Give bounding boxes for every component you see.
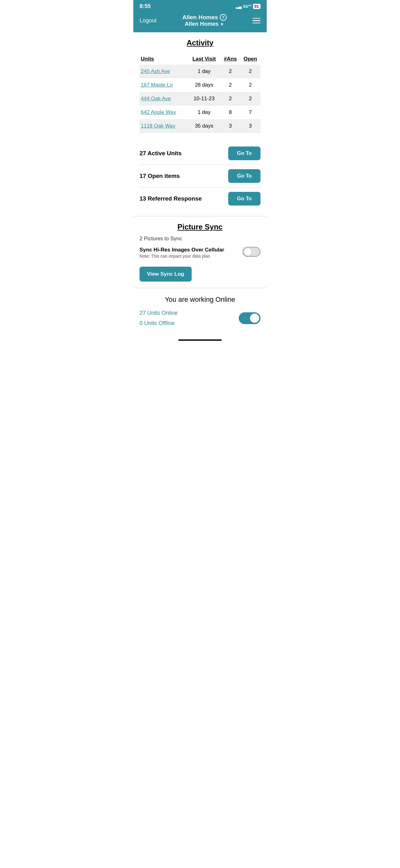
last-visit-cell: 10-11-23 <box>188 92 221 105</box>
ans-cell: 2 <box>221 78 240 92</box>
status-time: 8:55 <box>139 3 151 10</box>
hires-toggle-track[interactable] <box>242 247 261 257</box>
status-icons: ▂▄ 5Guc 91 <box>236 4 261 9</box>
home-indicator <box>133 333 267 345</box>
help-icon[interactable]: ? <box>220 14 227 21</box>
unit-link[interactable]: 1118 Oak Way <box>139 119 188 133</box>
open-cell: 2 <box>240 78 261 92</box>
online-stats: 27 Units Online 0 Units Offline <box>139 310 178 327</box>
go-to-button-0[interactable]: Go To <box>228 147 261 160</box>
go-to-button-2[interactable]: Go To <box>228 192 261 206</box>
unit-link[interactable]: 245 Ash Ave <box>139 65 188 78</box>
picture-sync-section: Picture Sync 2 Pictures to Sync Sync Hi-… <box>133 216 267 288</box>
col-ans: #Ans <box>221 53 240 65</box>
hires-main-label: Sync Hi-Res Images Over Cellular <box>139 247 239 253</box>
summary-label: 17 Open items <box>139 173 180 180</box>
status-bar: 8:55 ▂▄ 5Guc 91 <box>133 0 267 11</box>
unit-link[interactable]: 642 Apple Way <box>139 105 188 119</box>
activity-title: Activity <box>139 38 261 47</box>
table-row: 642 Apple Way 1 day 8 7 <box>139 105 261 119</box>
hamburger-line-2 <box>253 20 261 21</box>
last-visit-cell: 1 day <box>188 105 221 119</box>
summary-section: 27 Active Units Go To 17 Open items Go T… <box>133 139 267 216</box>
hires-sync-row: Sync Hi-Res Images Over Cellular Note: T… <box>139 247 261 258</box>
online-toggle-track[interactable] <box>239 312 261 324</box>
hires-label-group: Sync Hi-Res Images Over Cellular Note: T… <box>139 247 239 258</box>
last-visit-cell: 35 days <box>188 119 221 133</box>
online-title: You are working Online <box>139 296 261 304</box>
network-type: 5Guc <box>243 4 252 9</box>
last-visit-cell: 1 day <box>188 65 221 78</box>
col-last-visit: Last Visit <box>188 53 221 65</box>
ans-cell: 8 <box>221 105 240 119</box>
online-toggle-thumb <box>250 314 259 323</box>
summary-row: 27 Active Units Go To <box>139 142 261 165</box>
last-visit-cell: 28 days <box>188 78 221 92</box>
table-row: 167 Maple Ln 28 days 2 2 <box>139 78 261 92</box>
hires-sub-label: Note: This can impact your data plan <box>139 254 239 258</box>
table-row: 245 Ash Ave 1 day 2 2 <box>139 65 261 78</box>
open-cell: 7 <box>240 105 261 119</box>
open-cell: 2 <box>240 92 261 105</box>
hamburger-menu[interactable] <box>253 18 261 24</box>
col-open: Open <box>240 53 261 65</box>
org-selector[interactable]: Allen Homes ▼ <box>182 21 227 27</box>
pictures-count: 2 Pictures to Sync <box>139 236 261 242</box>
table-row: 1118 Oak Way 35 days 3 3 <box>139 119 261 133</box>
view-sync-log-button[interactable]: View Sync Log <box>139 267 192 282</box>
summary-row: 13 Referred Response Go To <box>139 187 261 210</box>
col-units: Units <box>139 53 188 65</box>
unit-link[interactable]: 444 Oak Ave <box>139 92 188 105</box>
org-name-text: Allen Homes <box>182 14 218 21</box>
battery-indicator: 91 <box>253 4 261 9</box>
summary-label: 13 Referred Response <box>139 195 202 202</box>
unit-link[interactable]: 167 Maple Ln <box>139 78 188 92</box>
table-row: 444 Oak Ave 10-11-23 2 2 <box>139 92 261 105</box>
activity-section: Activity Units Last Visit #Ans Open 245 … <box>133 32 267 139</box>
go-to-button-1[interactable]: Go To <box>228 169 261 183</box>
hamburger-line-1 <box>253 18 261 19</box>
online-toggle[interactable] <box>239 312 261 324</box>
units-offline[interactable]: 0 Units Offline <box>139 320 178 327</box>
chevron-down-icon: ▼ <box>220 22 224 27</box>
header-center: Allen Homes ? Allen Homes ▼ <box>182 14 227 27</box>
online-content: 27 Units Online 0 Units Offline <box>139 310 261 327</box>
signal-icon: ▂▄ <box>236 4 241 9</box>
logout-button[interactable]: Logout <box>139 18 157 24</box>
home-bar <box>178 339 222 341</box>
open-cell: 2 <box>240 65 261 78</box>
picture-sync-title: Picture Sync <box>139 223 261 231</box>
ans-cell: 2 <box>221 65 240 78</box>
hamburger-line-3 <box>253 23 261 24</box>
org-selector-text: Allen Homes <box>185 21 219 27</box>
open-cell: 3 <box>240 119 261 133</box>
online-section: You are working Online 27 Units Online 0… <box>133 288 267 333</box>
units-online[interactable]: 27 Units Online <box>139 310 178 316</box>
app-header: Logout Allen Homes ? Allen Homes ▼ <box>133 11 267 32</box>
activity-table: Units Last Visit #Ans Open 245 Ash Ave 1… <box>139 53 261 133</box>
org-name-row: Allen Homes ? <box>182 14 227 21</box>
summary-label: 27 Active Units <box>139 150 182 157</box>
ans-cell: 3 <box>221 119 240 133</box>
ans-cell: 2 <box>221 92 240 105</box>
hires-toggle[interactable] <box>242 247 261 257</box>
hires-toggle-thumb <box>244 248 252 256</box>
summary-row: 17 Open items Go To <box>139 165 261 187</box>
